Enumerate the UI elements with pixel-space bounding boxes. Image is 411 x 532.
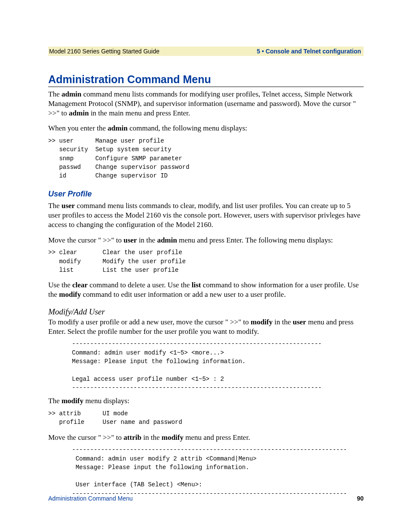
paragraph-move-user: Move the cursor " >>" to user in the adm… (48, 236, 364, 245)
footer: Administration Command Menu 90 (48, 495, 364, 502)
header-left: Model 2160 Series Getting Started Guide (49, 48, 159, 55)
console-admin-menu: >> user Manage user profile security Set… (48, 137, 364, 180)
console-modify-menu: >> attrib UI mode profile User name and … (48, 409, 364, 427)
paragraph-move-attrib: Move the cursor " >>" to attrib in the m… (48, 433, 364, 442)
console-user-menu: >> clear Clear the user profile modify M… (48, 248, 364, 274)
paragraph-enter-admin: When you enter the admin command, the fo… (48, 124, 364, 133)
paragraph-modify-instr: To modify a user profile or add a new us… (48, 317, 364, 336)
paragraph-intro: The admin command menu lists commands fo… (48, 90, 364, 118)
header-right: 5 • Console and Telnet configuration (257, 48, 361, 55)
heading-user-profile: User Profile (48, 190, 364, 199)
heading-admin-command-menu: Administration Command Menu (48, 73, 364, 87)
page: Model 2160 Series Getting Started Guide … (0, 0, 411, 532)
paragraph-modify-menu: The modify menu displays: (48, 396, 364, 406)
paragraph-user-desc: The user command menu lists commands to … (48, 201, 364, 229)
console-modify-prompt: ----------------------------------------… (72, 339, 364, 392)
heading-modify-add-user: Modify/Add User (48, 307, 364, 317)
console-attrib-prompt: ----------------------------------------… (72, 445, 364, 498)
footer-section: Administration Command Menu (48, 495, 133, 502)
header-bar: Model 2160 Series Getting Started Guide … (48, 47, 364, 56)
footer-page-number: 90 (357, 495, 364, 502)
paragraph-commands: Use the clear command to delete a user. … (48, 280, 364, 299)
